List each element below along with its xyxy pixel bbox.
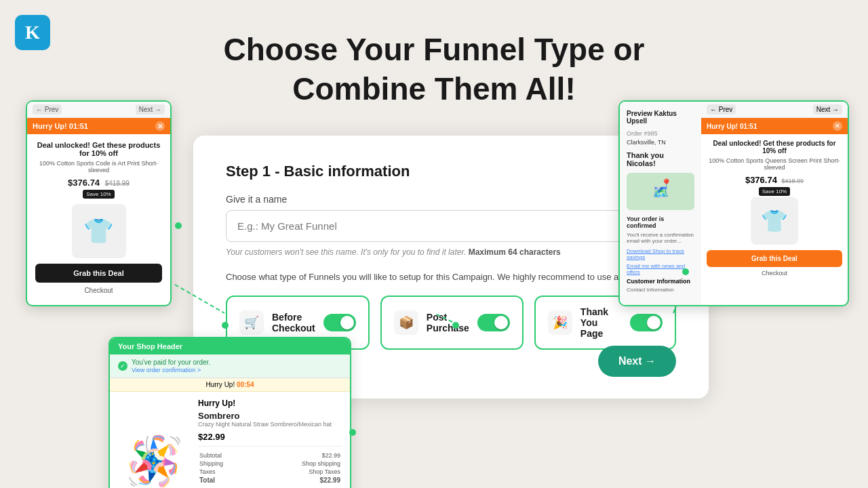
heading-line1: Choose Your Funnel Type or	[223, 32, 644, 67]
kaktus-product-image: 👕	[751, 197, 798, 245]
post-purchase-icon: 📦	[394, 310, 418, 335]
next-button[interactable]: Next →	[598, 346, 676, 377]
field-label: Give it a name	[226, 194, 676, 205]
sombrero-image: 🪅	[125, 433, 184, 489]
kaktus-prev[interactable]: ← Prev	[707, 104, 736, 115]
post-purchase-toggle[interactable]	[477, 314, 510, 331]
kaktus-close-icon[interactable]: ✕	[833, 121, 842, 131]
kaktus-preview-header: Preview Kaktus Upsell	[627, 110, 694, 125]
ty-confirm-row: ✓ You've paid for your order. View order…	[110, 354, 350, 378]
kaktus-deal-title: Deal unlocked! Get these products for 10…	[701, 134, 848, 157]
popup-banner-before: Hurry Up! 01:51 ✕	[27, 118, 170, 134]
ty-product-sub: Crazy Night Natural Straw Sombrero/Mexic…	[198, 421, 342, 428]
popup-next-before[interactable]: Next →	[136, 104, 165, 115]
ty-view-order-link[interactable]: View order confirmation >	[132, 367, 201, 373]
funnel-name-input[interactable]	[226, 210, 676, 242]
ty-shipping-row: Shipping Shop shipping	[199, 460, 340, 467]
ty-confirm-text: You've paid for your order.	[132, 359, 210, 366]
ty-hurry-label: Hurry Up!	[198, 399, 342, 408]
ty-shop-header: Your Shop Header	[110, 338, 350, 354]
choose-text: Choose what type of Funnels you will lik…	[226, 272, 676, 282]
kaktus-map: 🗺️ 📍	[627, 173, 694, 210]
kaktus-checkout-link[interactable]: Checkout	[701, 270, 848, 281]
popup-price-before: $376.74 $418.99	[35, 178, 162, 188]
kaktus-customer-info: Customer Information	[627, 278, 694, 285]
thank-you-label: Thank You Page	[580, 306, 622, 339]
post-purchase-label: Post Purchase	[427, 312, 469, 333]
kaktus-product-name: 100% Cotton Sports Queens Screen Print S…	[701, 157, 848, 175]
kaktus-grab-btn[interactable]: Grab this Deal	[707, 250, 842, 267]
connector-dot-4	[682, 268, 689, 275]
popup-content-before: Deal unlocked! Get these products for 10…	[27, 134, 170, 305]
kaktus-left-panel: Preview Kaktus Upsell Order #985 Clarksv…	[620, 102, 701, 305]
ty-price-table: Subtotal $22.99 Shipping Shop shipping T…	[198, 446, 342, 485]
funnel-type-post-purchase[interactable]: 📦 Post Purchase	[380, 296, 524, 350]
connector-dot-1	[175, 222, 182, 229]
kaktus-location: Clarksville, TN	[627, 139, 694, 146]
ty-taxes-row: Taxes Shop Taxes	[199, 468, 340, 475]
popup-thankyou: Your Shop Header ✓ You've paid for your …	[108, 337, 351, 488]
popup-close-before[interactable]: ✕	[155, 121, 165, 131]
map-pin-icon: 📍	[660, 178, 672, 189]
kaktus-right-panel: ← Prev Next → Hurry Up! 01:51 ✕ Deal unl…	[701, 102, 848, 305]
popup-save-badge-before: Save 10%	[83, 190, 114, 199]
popup-kaktus: Preview Kaktus Upsell Order #985 Clarksv…	[618, 100, 849, 306]
kaktus-track-link[interactable]: Download Shop to track savings	[627, 248, 694, 260]
step-title: Step 1 - Basic information	[226, 163, 676, 180]
heading-line2: Combine Them All!	[292, 71, 575, 106]
kaktus-order-label: Order #985	[627, 130, 694, 137]
connector-dot-3	[452, 322, 459, 329]
kaktus-next[interactable]: Next →	[813, 104, 842, 115]
ty-price: $22.99	[198, 432, 342, 442]
popup-grab-btn-before[interactable]: Grab this Deal	[35, 264, 162, 283]
logo-letter: K	[25, 22, 40, 43]
kaktus-right-nav: ← Prev Next →	[701, 102, 848, 118]
popup-nav-before: ← Prev Next →	[27, 102, 170, 118]
kaktus-price: $376.74 $418.99	[701, 175, 848, 186]
kaktus-banner: Hurry Up! 01:51 ✕	[701, 118, 848, 134]
kaktus-confirmed-sub: You'll receive a confirmation email with…	[627, 232, 694, 244]
before-checkout-icon: 🛒	[239, 310, 264, 335]
ty-product-image-area: 🪅	[110, 392, 198, 488]
input-hint: Your customers won't see this name. It's…	[226, 247, 676, 257]
kaktus-contact-info: Contact Information	[627, 287, 694, 293]
popup-product-image-before: 👕	[72, 204, 126, 258]
popup-deal-title-before: Deal unlocked! Get these products for 10…	[35, 141, 162, 157]
popup-before-checkout: ← Prev Next → Hurry Up! 01:51 ✕ Deal unl…	[26, 100, 172, 306]
popup-product-name-before: 100% Cotton Sports Code is Art Print Sho…	[35, 160, 162, 174]
ty-total-row: Total $22.99	[199, 476, 340, 484]
before-checkout-toggle[interactable]	[323, 314, 356, 331]
ty-product-details: Hurry Up! Sombrero Crazy Night Natural S…	[198, 392, 350, 488]
ty-timer-bar: Hurry Up! 00:54	[110, 378, 350, 392]
main-heading: Choose Your Funnel Type or Combine Them …	[0, 30, 868, 108]
thank-you-icon: 🎉	[548, 310, 572, 335]
kaktus-save: Save 10%	[701, 186, 848, 195]
popup-prev-before[interactable]: ← Prev	[33, 104, 62, 115]
thank-you-toggle[interactable]	[630, 314, 663, 331]
ty-subtotal-row: Subtotal $22.99	[199, 452, 340, 459]
ty-body: 🪅 Hurry Up! Sombrero Crazy Night Natural…	[110, 392, 350, 488]
ty-product-name: Sombrero	[198, 411, 342, 421]
kaktus-thank: Thank you Nicolas!	[627, 151, 694, 167]
logo: K	[15, 15, 50, 50]
kaktus-confirmed: Your order is confirmed	[627, 216, 694, 229]
connector-dot-5	[349, 429, 356, 436]
popup-checkout-link-before[interactable]: Checkout	[35, 287, 162, 298]
before-checkout-label: Before Checkout	[272, 312, 315, 333]
connector-dot-2	[222, 322, 229, 329]
ty-check-circle-icon: ✓	[118, 361, 127, 371]
